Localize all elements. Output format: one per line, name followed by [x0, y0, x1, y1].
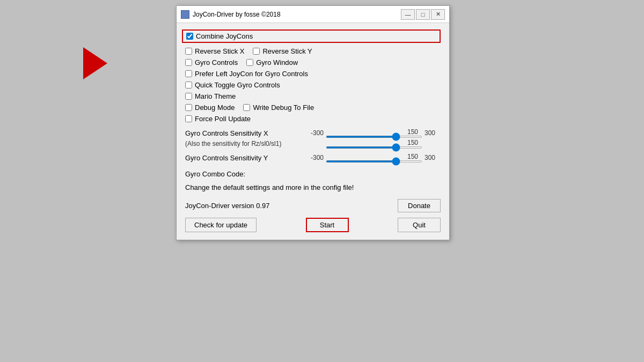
bottom-buttons: Check for update Start Quit — [185, 218, 441, 232]
gyro-combo-label: Gyro Combo Code: — [185, 170, 245, 178]
titlebar-buttons: — □ ✕ — [401, 9, 445, 20]
prefer-left-checkbox[interactable] — [185, 70, 192, 77]
debug-row: Debug Mode Write Debug To File — [185, 104, 441, 112]
sensitivity-sub-slider[interactable] — [326, 146, 422, 149]
reverse-stick-x-label[interactable]: Reverse Stick X — [185, 47, 244, 55]
force-poll-text: Force Poll Update — [195, 115, 251, 123]
sensitivity-x-slider-container: 150 — [326, 128, 422, 138]
reverse-stick-x-checkbox[interactable] — [185, 48, 192, 55]
check-update-button[interactable]: Check for update — [185, 218, 257, 232]
debug-mode-text: Debug Mode — [195, 104, 235, 112]
start-button[interactable]: Start — [306, 218, 349, 232]
combine-joycons-text: Combine JoyCons — [196, 32, 253, 40]
combine-joycons-checkbox[interactable] — [186, 33, 193, 40]
gyro-controls-text: Gyro Controls — [195, 58, 238, 67]
version-row: JoyCon-Driver version 0.97 Donate — [185, 199, 441, 212]
combine-joycons-label[interactable]: Combine JoyCons — [186, 32, 253, 40]
mario-theme-text: Mario Theme — [195, 92, 236, 100]
combine-joycons-row: Combine JoyCons — [182, 29, 441, 43]
slider-section: Gyro Controls Sensitivity X -300 150 300… — [185, 128, 441, 162]
debug-mode-checkbox[interactable] — [185, 104, 192, 111]
prefer-left-row: Prefer Left JoyCon for Gyro Controls — [185, 70, 441, 78]
write-debug-text: Write Debug To File — [253, 104, 314, 112]
sensitivity-sub-slider-container: 150 — [326, 139, 422, 149]
gyro-window-label[interactable]: Gyro Window — [246, 58, 298, 67]
gyro-combo-section: Gyro Combo Code: — [185, 170, 441, 178]
gyro-controls-checkbox[interactable] — [185, 59, 192, 66]
maximize-button[interactable]: □ — [416, 9, 430, 20]
reverse-stick-y-text: Reverse Stick Y — [262, 47, 312, 55]
sensitivity-y-slider[interactable] — [326, 160, 422, 162]
prefer-left-text: Prefer Left JoyCon for Gyro Controls — [195, 70, 308, 78]
mario-theme-row: Mario Theme — [185, 92, 441, 100]
sensitivity-x-row: Gyro Controls Sensitivity X -300 150 300 — [185, 128, 441, 138]
config-note: Change the default settings and more in … — [185, 183, 441, 191]
window-title: JoyCon-Driver by fosse ©2018 — [193, 11, 401, 18]
reverse-stick-y-label[interactable]: Reverse Stick Y — [253, 47, 312, 55]
reverse-stick-x-text: Reverse Stick X — [195, 47, 244, 55]
sensitivity-x-label: Gyro Controls Sensitivity X — [185, 129, 303, 137]
sensitivity-x-min: -300 — [303, 129, 324, 137]
debug-mode-label[interactable]: Debug Mode — [185, 104, 235, 112]
gyro-controls-label[interactable]: Gyro Controls — [185, 58, 238, 67]
quick-toggle-text: Quick Toggle Gyro Controls — [195, 81, 280, 89]
reverse-stick-row: Reverse Stick X Reverse Stick Y — [185, 47, 441, 55]
quit-button[interactable]: Quit — [398, 218, 441, 232]
sensitivity-x-slider[interactable] — [326, 136, 422, 138]
sensitivity-y-min: -300 — [303, 154, 324, 161]
force-poll-row: Force Poll Update — [185, 115, 441, 123]
sensitivity-y-max: 300 — [425, 154, 441, 161]
prefer-left-label[interactable]: Prefer Left JoyCon for Gyro Controls — [185, 70, 308, 78]
sensitivity-y-row: Gyro Controls Sensitivity Y -300 150 300 — [185, 153, 441, 162]
version-text: JoyCon-Driver version 0.97 — [185, 202, 270, 210]
force-poll-checkbox[interactable] — [185, 115, 192, 122]
gyro-controls-row: Gyro Controls Gyro Window — [185, 58, 441, 67]
window-content: Combine JoyCons Reverse Stick X Reverse … — [177, 23, 449, 240]
gyro-window-checkbox[interactable] — [246, 59, 253, 66]
app-window: JoyCon-Driver by fosse ©2018 — □ ✕ Combi… — [176, 5, 450, 240]
gyro-window-text: Gyro Window — [256, 58, 298, 67]
sensitivity-x-max: 300 — [425, 129, 441, 137]
write-debug-label[interactable]: Write Debug To File — [243, 104, 314, 112]
quick-toggle-checkbox[interactable] — [185, 82, 192, 88]
reverse-stick-y-checkbox[interactable] — [253, 48, 260, 55]
sensitivity-sub-row: (Also the sensitivity for Rz/sl0/sl1) 15… — [185, 139, 441, 149]
quick-toggle-label[interactable]: Quick Toggle Gyro Controls — [185, 81, 280, 89]
titlebar: JoyCon-Driver by fosse ©2018 — □ ✕ — [177, 6, 449, 23]
app-icon — [181, 10, 189, 19]
config-note-text: Change the default settings and more in … — [185, 183, 354, 191]
sensitivity-y-slider-container: 150 — [326, 153, 422, 162]
close-button[interactable]: ✕ — [431, 9, 445, 20]
mario-theme-label[interactable]: Mario Theme — [185, 92, 236, 100]
arrow-head — [83, 47, 107, 79]
minimize-button[interactable]: — — [401, 9, 415, 20]
mario-theme-checkbox[interactable] — [185, 93, 192, 100]
sensitivity-y-label: Gyro Controls Sensitivity Y — [185, 154, 303, 162]
write-debug-checkbox[interactable] — [243, 104, 250, 111]
quick-toggle-row: Quick Toggle Gyro Controls — [185, 81, 441, 89]
sensitivity-sub-label: (Also the sensitivity for Rz/sl0/sl1) — [185, 140, 303, 147]
donate-button[interactable]: Donate — [398, 199, 441, 212]
force-poll-label[interactable]: Force Poll Update — [185, 115, 251, 123]
